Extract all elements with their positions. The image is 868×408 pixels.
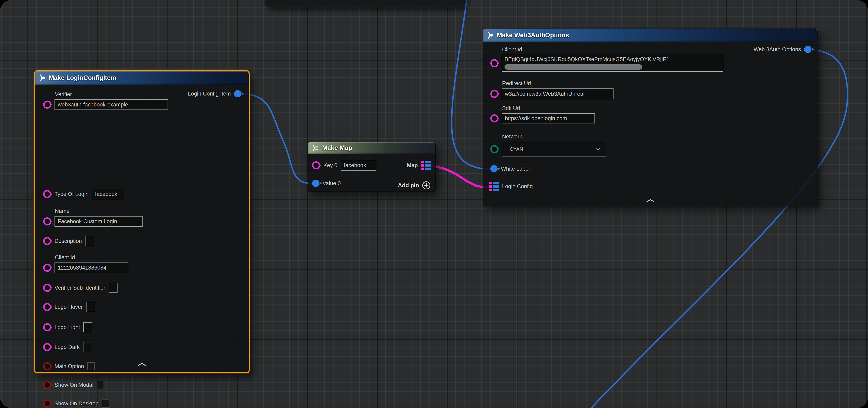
logo-light-pin[interactable]: [43, 323, 51, 331]
key-0-pin[interactable]: [312, 161, 320, 169]
client-id-label: Client Id: [55, 254, 75, 261]
description-label: Description: [55, 238, 82, 244]
node-make-web3authoptions[interactable]: Make Web3AuthOptions Web 3Auth Options C…: [483, 28, 818, 206]
field-description: Description: [43, 236, 94, 246]
show-on-modal-label: Show On Modal: [55, 382, 93, 388]
web3auth-options-output-label: Web 3Auth Options: [753, 46, 801, 53]
blueprint-graph-canvas[interactable]: Make LoginConfigItem Login Config Item V…: [0, 0, 868, 408]
node-title: Make LoginConfigItem: [49, 74, 116, 81]
field-verifier-sub-identifier: Verifier Sub Identifier: [43, 283, 118, 293]
client-id-input[interactable]: 1222658941886084: [55, 263, 128, 273]
field-value-0: Value 0: [312, 180, 341, 187]
client-id-pin[interactable]: [490, 59, 498, 67]
type-of-login-pin[interactable]: [43, 190, 51, 198]
logo-dark-pin[interactable]: [43, 343, 51, 351]
sdk-url-input[interactable]: https://sdk.openlogin.com: [502, 113, 595, 124]
client-id-scrollbar[interactable]: [504, 64, 642, 70]
logo-dark-input[interactable]: [83, 342, 92, 352]
main-option-label: Main Option: [55, 363, 84, 370]
output-map[interactable]: Map: [407, 161, 431, 170]
web3auth-options-output-pin[interactable]: [804, 46, 811, 53]
field-main-option: Main Option: [43, 362, 95, 370]
wire-map-to-loginconfig: [430, 165, 487, 187]
node-make-map[interactable]: Make Map Key 0 facebook Map Value 0 Add …: [308, 142, 436, 192]
main-option-checkbox[interactable]: [87, 362, 95, 370]
node-offscreen-top[interactable]: [266, 0, 465, 7]
field-logo-light: Logo Light: [43, 322, 92, 332]
redirect-url-input[interactable]: w3a://com.w3a.Web3AuthUnreal: [502, 89, 614, 99]
name-pin[interactable]: [43, 217, 51, 226]
value-0-label: Value 0: [322, 180, 341, 186]
network-select[interactable]: CYAN: [502, 142, 606, 157]
client-id-pin[interactable]: [43, 264, 51, 272]
description-pin[interactable]: [43, 237, 51, 245]
output-web3auth-options[interactable]: Web 3Auth Options: [753, 46, 811, 53]
white-label-label: White Label: [501, 166, 530, 172]
description-input[interactable]: [85, 236, 94, 246]
login-config-pin[interactable]: [489, 182, 499, 191]
field-logo-hover: Logo Hover: [43, 302, 95, 312]
make-struct-icon: [39, 74, 45, 82]
output-login-config-item[interactable]: Login Config Item: [188, 90, 241, 97]
collapse-chevron-up-icon[interactable]: [137, 363, 146, 366]
white-label-pin[interactable]: [490, 165, 498, 172]
output-pin-label: Login Config Item: [188, 91, 231, 97]
verifier-pin[interactable]: [43, 101, 51, 109]
key-0-input[interactable]: facebook: [341, 160, 376, 171]
logo-hover-pin[interactable]: [43, 303, 51, 311]
type-of-login-input[interactable]: facebook: [92, 189, 124, 199]
add-pin-plus-icon: [422, 181, 431, 190]
client-id-label: Client Id: [502, 46, 522, 53]
show-on-desktop-checkbox[interactable]: [102, 400, 109, 408]
field-sdk-url: Sdk Url https://sdk.openlogin.com: [490, 113, 595, 124]
node-make-loginconfigitem[interactable]: Make LoginConfigItem Login Config Item V…: [34, 70, 250, 373]
name-label: Name: [55, 208, 69, 214]
map-output-label: Map: [407, 162, 418, 169]
output-pin[interactable]: [234, 90, 241, 97]
field-type-of-login: Type Of Login facebook: [43, 189, 124, 199]
logo-dark-label: Logo Dark: [55, 344, 80, 350]
verifier-sub-identifier-label: Verifier Sub Identifier: [55, 285, 105, 291]
field-verifier: Verifier web3auth-facebook-example: [43, 99, 168, 110]
show-on-desktop-pin[interactable]: [43, 400, 51, 408]
key-0-label: Key 0: [323, 162, 337, 169]
network-label: Network: [502, 134, 522, 140]
verifier-sub-identifier-pin[interactable]: [43, 284, 51, 292]
sdk-url-pin[interactable]: [490, 114, 498, 123]
field-key-0: Key 0 facebook: [312, 160, 376, 171]
verifier-sub-identifier-input[interactable]: [108, 283, 118, 293]
logo-light-label: Logo Light: [55, 324, 80, 331]
client-id-input[interactable]: BEglQSgt4cUWcj6SKRdu5QkOXTsePmMcusG5EAoy…: [502, 55, 723, 72]
main-option-pin[interactable]: [43, 362, 51, 370]
name-input[interactable]: Facebook Custom Login: [55, 216, 143, 227]
field-logo-dark: Logo Dark: [43, 342, 92, 352]
node-title: Make Map: [322, 144, 352, 151]
show-on-modal-pin[interactable]: [43, 381, 51, 389]
collapse-chevron-up-icon[interactable]: [646, 199, 655, 203]
add-pin-label: Add pin: [398, 182, 419, 189]
field-client-id: Client Id 1222658941886084: [43, 263, 128, 273]
verifier-input[interactable]: web3auth-facebook-example: [55, 99, 168, 110]
make-map-icon: [312, 144, 319, 151]
sdk-url-label: Sdk Url: [502, 105, 520, 111]
logo-hover-input[interactable]: [86, 302, 95, 312]
node-header[interactable]: Make Web3AuthOptions: [483, 29, 817, 42]
show-on-modal-checkbox[interactable]: [97, 381, 104, 389]
logo-light-input[interactable]: [83, 322, 92, 332]
field-redirect-url: Redirect Url w3a://com.w3a.Web3AuthUnrea…: [490, 89, 614, 99]
field-show-on-desktop: Show On Desktop: [43, 400, 109, 408]
verifier-label: Verifier: [55, 91, 72, 98]
map-output-pin[interactable]: [421, 161, 431, 170]
chevron-down-icon: [595, 147, 600, 151]
field-client-id: Client Id BEglQSgt4cUWcj6SKRdu5QkOXTsePm…: [490, 55, 723, 72]
redirect-url-pin[interactable]: [490, 90, 498, 98]
redirect-url-label: Redirect Url: [502, 80, 531, 87]
node-header[interactable]: Make LoginConfigItem: [35, 71, 249, 84]
node-header[interactable]: Make Map: [308, 142, 435, 154]
network-pin[interactable]: [490, 145, 498, 153]
wire-loginconfigitem-to-value0: [240, 94, 312, 183]
value-0-pin[interactable]: [312, 180, 319, 187]
network-selected-value: CYAN: [510, 146, 523, 152]
add-pin-button[interactable]: Add pin: [398, 181, 431, 190]
field-login-config: Login Config: [489, 182, 533, 191]
